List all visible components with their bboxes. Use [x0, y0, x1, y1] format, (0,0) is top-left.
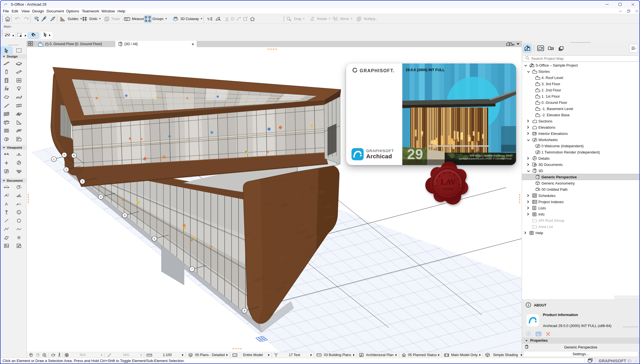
tree-item-0-welcome-independent[interactable]: 0 Welcome (Independent) — [522, 143, 639, 149]
tool-drawing[interactable] — [13, 242, 25, 249]
tree-item-stories[interactable]: Stories — [522, 68, 639, 74]
quickbar-n-a[interactable]: N/A — [105, 352, 144, 358]
toolbox-drag-handle[interactable] — [8, 45, 19, 45]
quickbar-simple-shading[interactable]: Simple Shading — [483, 352, 524, 358]
graphisoft-id-button[interactable]: GRAPHISOFT ID — [599, 359, 632, 363]
toolbar-button-elevate[interactable] — [248, 15, 257, 23]
tool-zonestamp[interactable] — [13, 135, 25, 143]
tool-railing[interactable] — [13, 102, 25, 109]
toolbar-button-split[interactable] — [206, 15, 214, 23]
tool-circle[interactable] — [13, 217, 25, 224]
tree-item-3d[interactable]: 3D — [522, 168, 639, 174]
arrow-tool-button[interactable] — [40, 31, 53, 40]
chevron-right-icon[interactable] — [527, 131, 529, 136]
toolbar-button-redo[interactable] — [22, 15, 30, 23]
toolbar-button-multiply-[interactable]: Multiply... — [355, 15, 379, 23]
menu-item-window[interactable]: Window — [101, 8, 115, 14]
toolbar-button-rotate[interactable]: Rotate▼ — [308, 15, 331, 23]
quickbar-entire-model[interactable]: Entire Model — [230, 352, 272, 358]
tree-item-help[interactable]: Help — [522, 230, 639, 236]
walk-mode-icon[interactable] — [58, 352, 61, 358]
tool-label[interactable]: A1 — [13, 200, 25, 207]
tree-item-2-2nd-floor[interactable]: 2. 2nd Floor — [522, 87, 639, 93]
view-tab-2[interactable]: [3D / All]× — [115, 41, 197, 47]
teamwork-windows-icon[interactable] — [588, 358, 593, 363]
chevron-right-icon[interactable] — [527, 206, 529, 210]
tool-detail[interactable] — [13, 159, 25, 166]
tool-column[interactable] — [1, 68, 12, 76]
tool-elevation[interactable] — [13, 151, 25, 158]
tool-polyline[interactable] — [1, 225, 12, 233]
quickbar-1-100[interactable]: 1:100 — [144, 352, 185, 358]
settings-button[interactable]: Settings... — [523, 351, 638, 357]
toolbar-button-grids[interactable]: Grids▼ — [80, 15, 102, 23]
menu-item-help[interactable]: Help — [117, 8, 125, 14]
tool-int-elevation[interactable] — [1, 159, 12, 166]
zoom-next-icon[interactable] — [35, 353, 41, 358]
toolbox-section-design[interactable]: Design — [1, 54, 27, 59]
palette-handle-bottom[interactable] — [232, 348, 242, 349]
toolbar-button-groups[interactable]: Groups▼ — [144, 15, 168, 23]
marquee-select-tool-button[interactable] — [4, 32, 15, 39]
tool-spline[interactable] — [13, 225, 25, 233]
tool-dim-radial[interactable]: 1.2 — [13, 183, 25, 190]
menu-item-view[interactable]: View — [21, 8, 30, 14]
toolbox-section-document[interactable]: Document — [1, 178, 27, 183]
tree-item-details[interactable]: Details — [522, 155, 639, 161]
tool-text[interactable]: A — [1, 200, 12, 207]
toolbar-button-guides[interactable]: Guides▼ — [58, 15, 83, 23]
chevron-right-icon[interactable] — [527, 212, 529, 216]
quickbar-03-building-plans[interactable]: 03 Building Plans — [314, 352, 357, 358]
tool-zone[interactable] — [13, 119, 25, 126]
tool-zone-doc[interactable]: 1 — [1, 209, 12, 216]
quickbar-17-text[interactable]: 17 Text — [272, 352, 314, 358]
zoom-in-icon[interactable] — [42, 353, 47, 358]
palette-grip[interactable] — [2, 30, 2, 36]
tree-item-lists[interactable]: Lists — [522, 205, 639, 211]
chevron-right-icon[interactable] — [527, 119, 529, 123]
navigator-popup-button[interactable] — [506, 41, 519, 47]
tool-beam[interactable] — [13, 68, 25, 76]
tree-item-1-basement-level[interactable]: -1. Basement Level — [522, 106, 639, 112]
tool-fill[interactable] — [13, 209, 25, 216]
tool-worksheet[interactable] — [1, 168, 12, 175]
tree-item-s-office-sample-project[interactable]: S-Office – Sample Project — [522, 62, 639, 68]
tool-stair[interactable] — [1, 102, 12, 109]
properties-drag-handle[interactable] — [623, 327, 638, 327]
navigator-tab-publisher[interactable] — [557, 44, 566, 52]
tree-item-1-1st-floor[interactable]: 1. 1st Floor — [522, 93, 639, 99]
palette-handle-top[interactable] — [268, 49, 277, 49]
rect-select-tool-button[interactable] — [16, 32, 27, 39]
tab-close-icon[interactable]: × — [192, 42, 194, 46]
tool-slab[interactable] — [13, 60, 25, 67]
tree-item-3d-documents[interactable]: 3D Documents — [522, 161, 639, 168]
menu-item-edit[interactable]: Edit — [12, 8, 18, 14]
tool-shell[interactable] — [13, 93, 25, 101]
tree-item-3-3rd-floor[interactable]: 3. 3rd Floor — [522, 81, 639, 87]
menu-item-teamwork[interactable]: Teamwork — [82, 8, 99, 14]
tool-door[interactable] — [1, 77, 12, 84]
menu-item-file[interactable]: File — [3, 8, 9, 14]
close-button[interactable] — [626, 1, 639, 8]
tool-dim-angle[interactable]: α — [13, 192, 25, 199]
chevron-down-icon[interactable] — [527, 138, 530, 142]
navigator-menu-button[interactable] — [629, 44, 638, 52]
tree-item-4-roof-level[interactable]: 4. Roof Level — [522, 74, 639, 81]
mdi-close-button[interactable] — [635, 9, 638, 14]
tree-item-schedules[interactable]: Schedules — [522, 192, 639, 199]
canvas-3d-view[interactable]: 12345678AB GRAPHISOFT. 29.0.0 (3000) INT… — [27, 47, 522, 352]
toolbar-button-3d-cutaway[interactable]: 3D Cutaway▼ — [171, 15, 203, 23]
mdi-restore-button[interactable] — [627, 9, 630, 14]
tool-splinestar[interactable] — [13, 234, 25, 241]
properties-header[interactable]: Properties — [522, 337, 639, 344]
quickbar-n-a[interactable]: N/A — [64, 352, 104, 358]
toolbar-button-mirror[interactable]: Mirror▼ — [331, 15, 353, 23]
toolbar-button-undo[interactable] — [14, 15, 22, 23]
tool-mesh[interactable] — [13, 110, 25, 118]
tool-wall[interactable] — [1, 60, 12, 67]
tool-grid-elem[interactable] — [1, 119, 12, 126]
tool-dim-level[interactable]: 1.2 — [1, 192, 12, 199]
chevron-right-icon[interactable] — [524, 231, 526, 235]
tool-morph[interactable] — [1, 135, 12, 143]
tree-item-sections[interactable]: Sections — [522, 118, 639, 124]
